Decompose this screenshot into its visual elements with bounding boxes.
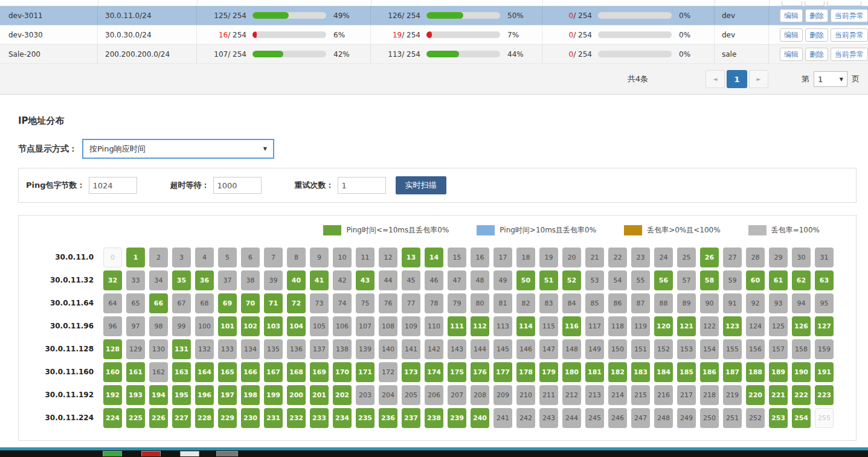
ip-cell[interactable]: 191 — [815, 362, 834, 382]
ip-cell[interactable]: 151 — [631, 339, 650, 359]
ip-cell[interactable]: 200 — [287, 385, 306, 405]
ip-cell[interactable]: 248 — [654, 408, 673, 428]
ip-cell[interactable]: 15 — [448, 248, 466, 267]
ip-cell[interactable]: 20 — [562, 248, 581, 267]
ip-cell[interactable]: 78 — [425, 293, 443, 313]
ip-cell[interactable]: 143 — [448, 339, 466, 359]
ip-cell[interactable]: 45 — [402, 270, 420, 290]
ip-cell[interactable]: 168 — [287, 362, 306, 382]
ip-cell[interactable]: 230 — [241, 408, 260, 428]
ip-cell[interactable]: 219 — [723, 385, 742, 405]
ip-cell[interactable]: 39 — [264, 270, 283, 290]
ip-cell[interactable]: 178 — [516, 362, 535, 382]
ip-cell[interactable]: 0 — [103, 248, 122, 267]
ip-cell[interactable]: 241 — [493, 408, 512, 428]
ip-cell[interactable]: 207 — [448, 385, 466, 405]
ip-cell[interactable]: 118 — [608, 316, 627, 336]
ip-cell[interactable]: 148 — [562, 339, 581, 359]
ip-cell[interactable]: 172 — [379, 362, 397, 382]
delete-button[interactable]: 删除 — [805, 48, 828, 61]
ip-cell[interactable]: 97 — [126, 316, 145, 336]
red-app-icon[interactable] — [141, 451, 161, 456]
ip-cell[interactable]: 16 — [471, 248, 489, 267]
ip-cell[interactable]: 51 — [539, 270, 558, 290]
ip-cell[interactable]: 147 — [539, 339, 558, 359]
ip-cell[interactable]: 251 — [723, 408, 742, 428]
ip-cell[interactable]: 71 — [264, 293, 283, 313]
current-abnormal-button[interactable]: 当前异常 — [831, 28, 868, 42]
ip-cell[interactable]: 158 — [792, 339, 811, 359]
edit-button[interactable]: 编辑 — [780, 9, 803, 22]
ip-cell[interactable]: 90 — [700, 293, 719, 313]
ip-cell[interactable]: 152 — [654, 339, 673, 359]
ip-cell[interactable]: 190 — [792, 362, 811, 382]
ip-cell[interactable]: 164 — [195, 362, 214, 382]
ip-cell[interactable]: 169 — [310, 362, 329, 382]
ip-cell[interactable]: 21 — [585, 248, 604, 267]
ip-cell[interactable]: 17 — [493, 248, 512, 267]
ip-cell[interactable]: 137 — [310, 339, 329, 359]
ip-cell[interactable]: 166 — [241, 362, 260, 382]
ip-cell[interactable]: 76 — [379, 293, 397, 313]
ip-cell[interactable]: 24 — [654, 248, 673, 267]
ip-cell[interactable]: 7 — [264, 248, 283, 267]
ip-cell[interactable]: 66 — [149, 293, 168, 313]
ip-cell[interactable]: 28 — [746, 248, 765, 267]
ip-cell[interactable]: 32 — [103, 270, 122, 290]
ip-cell[interactable]: 167 — [264, 362, 283, 382]
ip-cell[interactable]: 5 — [218, 248, 237, 267]
ip-cell[interactable]: 60 — [746, 270, 765, 290]
ip-cell[interactable]: 122 — [700, 316, 719, 336]
ip-cell[interactable]: 250 — [700, 408, 719, 428]
ip-cell[interactable]: 18 — [516, 248, 535, 267]
cut-off-delete-button[interactable] — [805, 1, 825, 6]
ip-cell[interactable]: 81 — [493, 293, 512, 313]
ip-cell[interactable]: 50 — [516, 270, 535, 290]
ip-cell[interactable]: 165 — [218, 362, 237, 382]
ip-cell[interactable]: 220 — [746, 385, 765, 405]
ip-cell[interactable]: 185 — [677, 362, 696, 382]
ip-cell[interactable]: 238 — [425, 408, 443, 428]
ip-cell[interactable]: 179 — [539, 362, 558, 382]
ip-cell[interactable]: 48 — [471, 270, 489, 290]
ip-cell[interactable]: 67 — [172, 293, 191, 313]
ip-cell[interactable]: 75 — [356, 293, 375, 313]
ip-cell[interactable]: 19 — [539, 248, 558, 267]
ip-cell[interactable]: 254 — [792, 408, 811, 428]
ip-cell[interactable]: 173 — [402, 362, 420, 382]
ip-cell[interactable]: 199 — [264, 385, 283, 405]
table-row[interactable]: dev-303030.0.30.0/2416/ 2546%19/ 2547%0/… — [0, 25, 868, 45]
ip-cell[interactable]: 33 — [126, 270, 145, 290]
ip-cell[interactable]: 11 — [356, 248, 375, 267]
ip-cell[interactable]: 235 — [356, 408, 375, 428]
ip-cell[interactable]: 162 — [149, 362, 168, 382]
current-page-button[interactable]: 1 — [727, 70, 747, 88]
ip-cell[interactable]: 107 — [356, 316, 375, 336]
ip-cell[interactable]: 227 — [172, 408, 191, 428]
ip-cell[interactable]: 99 — [172, 316, 191, 336]
ip-cell[interactable]: 136 — [287, 339, 306, 359]
ip-cell[interactable]: 74 — [333, 293, 352, 313]
ip-cell[interactable]: 108 — [379, 316, 397, 336]
ip-cell[interactable]: 161 — [126, 362, 145, 382]
ip-cell[interactable]: 43 — [356, 270, 375, 290]
ip-cell[interactable]: 35 — [172, 270, 191, 290]
ip-cell[interactable]: 117 — [585, 316, 604, 336]
ip-cell[interactable]: 73 — [310, 293, 329, 313]
ip-cell[interactable]: 89 — [677, 293, 696, 313]
table-row[interactable]: Sale-200200.200.200.0/24107/ 25442%113/ … — [0, 45, 868, 64]
ip-cell[interactable]: 229 — [218, 408, 237, 428]
ip-cell[interactable]: 79 — [448, 293, 466, 313]
ip-cell[interactable]: 171 — [356, 362, 375, 382]
ip-cell[interactable]: 232 — [287, 408, 306, 428]
ip-cell[interactable]: 211 — [539, 385, 558, 405]
ip-cell[interactable]: 125 — [769, 316, 788, 336]
edit-button[interactable]: 编辑 — [780, 48, 803, 61]
ip-cell[interactable]: 221 — [769, 385, 788, 405]
ip-cell[interactable]: 47 — [448, 270, 466, 290]
ip-cell[interactable]: 83 — [539, 293, 558, 313]
next-page-button[interactable]: ► — [749, 70, 768, 88]
ip-cell[interactable]: 197 — [218, 385, 237, 405]
ip-cell[interactable]: 225 — [126, 408, 145, 428]
ip-cell[interactable]: 96 — [103, 316, 122, 336]
